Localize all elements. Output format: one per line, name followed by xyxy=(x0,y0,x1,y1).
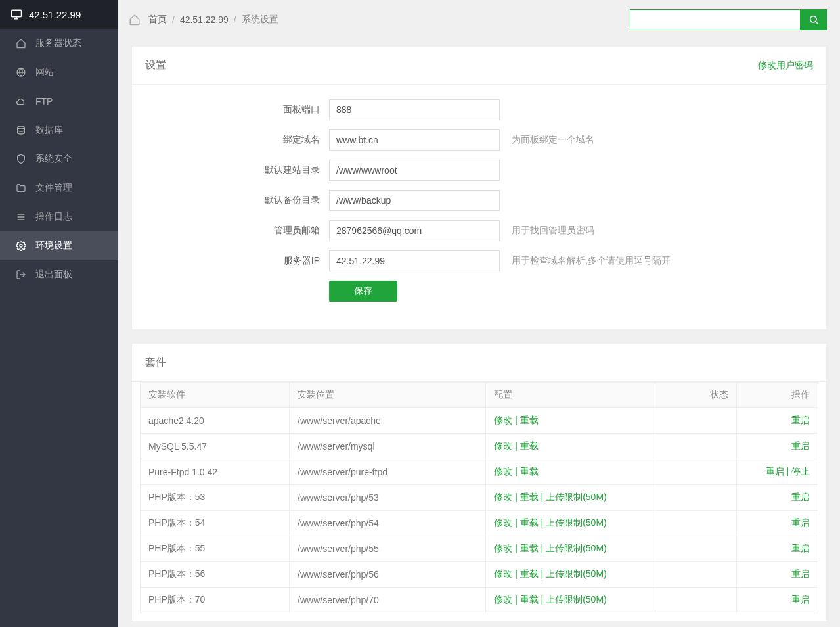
input-bindDomain[interactable] xyxy=(329,129,500,151)
cell-action: 重启 xyxy=(737,485,818,511)
home-icon xyxy=(16,38,26,49)
cell-location: /www/server/php/70 xyxy=(290,588,486,613)
cell-software: Pure-Ftpd 1.0.42 xyxy=(141,459,290,485)
config-modify[interactable]: 修改 xyxy=(494,517,512,528)
cell-location: /www/server/php/55 xyxy=(290,536,486,562)
config-modify[interactable]: 修改 xyxy=(494,440,512,451)
cell-action: 重启 xyxy=(737,434,818,459)
cell-action: 重启 | 停止 xyxy=(737,459,818,485)
action-restart[interactable]: 重启 xyxy=(766,466,784,476)
config-modify[interactable]: 修改 xyxy=(494,492,512,502)
sidebar-item-security[interactable]: 系统安全 xyxy=(0,145,118,174)
cell-software: PHP版本：54 xyxy=(141,511,290,536)
config-reload[interactable]: 重载 xyxy=(520,569,539,579)
cell-location: /www/server/php/53 xyxy=(290,485,486,511)
cell-location: /www/server/php/56 xyxy=(290,562,486,588)
cell-location: /www/server/apache xyxy=(290,408,486,434)
cell-software: PHP版本：55 xyxy=(141,536,290,562)
input-backupDir[interactable] xyxy=(329,190,500,211)
input-adminEmail[interactable] xyxy=(329,220,500,241)
input-panelPort[interactable] xyxy=(329,99,500,120)
config-reload[interactable]: 重载 xyxy=(520,415,539,425)
cell-config: 修改 | 重载 | 上传限制(50M) xyxy=(486,536,655,562)
config-reload[interactable]: 重载 xyxy=(520,440,539,451)
config-modify[interactable]: 修改 xyxy=(494,594,512,605)
label-bindDomain: 绑定域名 xyxy=(132,134,329,146)
sidebar-item-label: 数据库 xyxy=(35,124,63,136)
table-row: PHP版本：56/www/server/php/56修改 | 重载 | 上传限制… xyxy=(141,562,818,588)
help-serverIp: 用于检查域名解析,多个请使用逗号隔开 xyxy=(512,255,671,267)
cell-location: /www/server/php/54 xyxy=(290,511,486,536)
action-restart[interactable]: 重启 xyxy=(791,517,810,528)
sidebar-item-label: 服务器状态 xyxy=(35,37,81,49)
cell-config: 修改 | 重载 | 上传限制(50M) xyxy=(486,485,655,511)
col-config: 配置 xyxy=(486,383,655,408)
sidebar-item-logs[interactable]: 操作日志 xyxy=(0,202,118,231)
breadcrumb: 首页 / 42.51.22.99 / 系统设置 xyxy=(129,14,278,26)
form-row-adminEmail: 管理员邮箱用于找回管理员密码 xyxy=(132,220,826,241)
config-upload-limit[interactable]: 上传限制(50M) xyxy=(546,569,607,579)
database-icon xyxy=(16,125,26,135)
config-reload[interactable]: 重载 xyxy=(520,594,539,605)
action-restart[interactable]: 重启 xyxy=(791,594,810,605)
form-row-panelPort: 面板端口 xyxy=(132,99,826,120)
breadcrumb-home[interactable]: 首页 xyxy=(148,14,167,26)
action-restart[interactable]: 重启 xyxy=(791,440,810,451)
col-status: 状态 xyxy=(655,383,737,408)
svg-point-4 xyxy=(810,16,816,22)
config-modify[interactable]: 修改 xyxy=(494,543,512,553)
cell-config: 修改 | 重载 xyxy=(486,434,655,459)
sidebar-item-ftp[interactable]: FTP xyxy=(0,87,118,116)
config-upload-limit[interactable]: 上传限制(50M) xyxy=(546,594,607,605)
suite-table: 安装软件 安装位置 配置 状态 操作 apache2.4.20/www/serv… xyxy=(140,382,818,613)
config-modify[interactable]: 修改 xyxy=(494,466,512,476)
search-button[interactable] xyxy=(801,9,827,30)
config-upload-limit[interactable]: 上传限制(50M) xyxy=(546,492,607,502)
search-input[interactable] xyxy=(630,9,801,30)
logout-icon xyxy=(16,269,26,280)
sidebar-item-logout[interactable]: 退出面板 xyxy=(0,260,118,289)
action-restart[interactable]: 重启 xyxy=(791,569,810,579)
settings-title: 设置 xyxy=(145,58,166,72)
config-reload[interactable]: 重载 xyxy=(520,517,539,528)
header-ip: 42.51.22.99 xyxy=(29,9,81,20)
table-row: Pure-Ftpd 1.0.42/www/server/pure-ftpd修改 … xyxy=(141,459,818,485)
config-upload-limit[interactable]: 上传限制(50M) xyxy=(546,517,607,528)
breadcrumb-ip[interactable]: 42.51.22.99 xyxy=(180,14,229,25)
cell-status xyxy=(655,459,737,485)
sidebar-item-websites[interactable]: 网站 xyxy=(0,58,118,87)
gear-icon xyxy=(16,241,26,251)
sidebar-item-label: 操作日志 xyxy=(35,211,72,223)
config-reload[interactable]: 重载 xyxy=(520,492,539,502)
config-modify[interactable]: 修改 xyxy=(494,569,512,579)
shield-icon xyxy=(16,154,26,164)
topbar: 首页 / 42.51.22.99 / 系统设置 xyxy=(118,0,840,39)
sidebar-item-server-status[interactable]: 服务器状态 xyxy=(0,29,118,58)
form-row-serverIp: 服务器IP用于检查域名解析,多个请使用逗号隔开 xyxy=(132,250,826,271)
action-restart[interactable]: 重启 xyxy=(791,415,810,425)
cell-action: 重启 xyxy=(737,511,818,536)
action-stop[interactable]: 停止 xyxy=(791,466,810,476)
action-restart[interactable]: 重启 xyxy=(791,543,810,553)
sidebar-item-env-settings[interactable]: 环境设置 xyxy=(0,231,118,260)
config-modify[interactable]: 修改 xyxy=(494,415,512,425)
sidebar-item-databases[interactable]: 数据库 xyxy=(0,116,118,145)
sidebar-item-files[interactable]: 文件管理 xyxy=(0,174,118,202)
cell-status xyxy=(655,408,737,434)
config-upload-limit[interactable]: 上传限制(50M) xyxy=(546,543,607,553)
input-siteDir[interactable] xyxy=(329,160,500,181)
config-reload[interactable]: 重载 xyxy=(520,466,539,476)
searchbox xyxy=(630,9,827,30)
config-reload[interactable]: 重载 xyxy=(520,543,539,553)
table-row: MySQL 5.5.47/www/server/mysql修改 | 重载重启 xyxy=(141,434,818,459)
sidebar-item-label: FTP xyxy=(35,96,53,106)
col-software: 安装软件 xyxy=(141,383,290,408)
cell-config: 修改 | 重载 xyxy=(486,459,655,485)
help-adminEmail: 用于找回管理员密码 xyxy=(512,225,594,237)
sidebar-item-label: 网站 xyxy=(35,66,54,78)
globe-icon xyxy=(16,67,26,78)
input-serverIp[interactable] xyxy=(329,250,500,271)
change-password-link[interactable]: 修改用户密码 xyxy=(758,60,813,72)
action-restart[interactable]: 重启 xyxy=(791,492,810,502)
save-button[interactable]: 保存 xyxy=(329,281,397,302)
